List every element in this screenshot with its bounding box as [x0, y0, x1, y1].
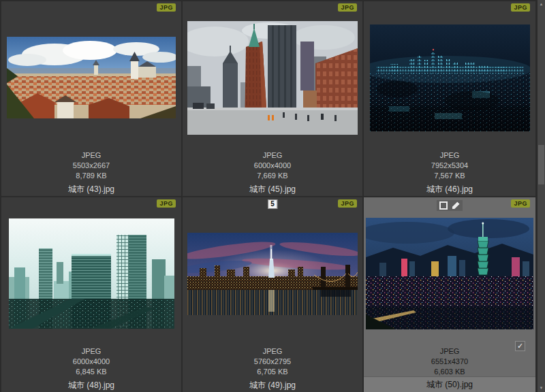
thumbnail-area: [2, 12, 181, 143]
thumbnail-cell-49[interactable]: 5 JPG: [183, 197, 364, 392]
scroll-down-button[interactable]: ▼: [538, 384, 545, 392]
file-name: 城市 (43).jpg: [1, 184, 181, 195]
file-format: JPEG: [183, 150, 362, 161]
file-format: JPEG: [364, 150, 535, 161]
jpg-format-badge: JPG: [511, 199, 530, 208]
file-size: 7,669 KB: [183, 171, 362, 181]
thumbnail-image-flatiron-building[interactable]: [187, 21, 358, 135]
thumbnail-area: [364, 208, 535, 339]
file-size: 6,603 KB: [364, 367, 535, 377]
thumbnail-area: [183, 12, 362, 143]
thumbnail-image-european-town[interactable]: [7, 37, 176, 118]
thumbnail-grid: JPG: [0, 0, 537, 392]
thumbnail-image-taipei-night-skyline[interactable]: [366, 218, 533, 329]
file-dimensions: 6000x4000: [1, 357, 181, 367]
file-dimensions: 6000x4000: [183, 161, 362, 171]
file-size: 7,567 KB: [364, 171, 535, 181]
file-size: 8,789 KB: [1, 171, 181, 181]
thumbnail-cell-45[interactable]: JPG: [183, 1, 364, 197]
file-metadata: JPEG 5503x2667 8,789 KB: [1, 150, 181, 181]
thumbnail-area: [2, 208, 181, 339]
thumbnail-area: [364, 12, 535, 143]
file-format: JPEG: [183, 346, 362, 357]
jpg-format-badge: JPG: [338, 3, 357, 12]
jpg-format-badge: JPG: [157, 199, 176, 208]
thumbnail-area: [183, 208, 362, 339]
thumbnail-image-night-city-aerial[interactable]: [370, 24, 530, 131]
scrollbar-thumb[interactable]: [538, 145, 544, 184]
file-metadata: JPEG 7952x5304 7,567 KB: [364, 150, 535, 181]
vertical-scrollbar[interactable]: ▲ ▼: [537, 0, 545, 392]
file-size: 6,845 KB: [1, 367, 181, 377]
file-dimensions: 5503x2667: [1, 161, 181, 171]
file-name: 城市 (48).jpg: [1, 380, 181, 391]
jpg-format-badge: JPG: [338, 199, 357, 208]
jpg-format-badge: JPG: [511, 3, 530, 12]
rating-badge: 5: [268, 199, 277, 209]
thumbnail-cell-46[interactable]: JPG: [364, 1, 537, 197]
file-browser-window: JPG: [0, 0, 545, 392]
file-format: JPEG: [364, 346, 535, 357]
file-name: 城市 (45).jpg: [183, 184, 362, 195]
file-name: 城市 (49).jpg: [183, 380, 362, 391]
file-metadata: JPEG 6551x4370 6,603 KB: [364, 346, 535, 377]
scroll-up-button[interactable]: ▲: [538, 0, 545, 8]
thumbnail-image-teal-cityscape[interactable]: [9, 218, 174, 329]
thumbnail-cell-43[interactable]: JPG: [1, 1, 183, 197]
file-name: 城市 (46).jpg: [364, 184, 535, 195]
file-format: JPEG: [1, 346, 181, 357]
file-dimensions: 6551x4370: [364, 357, 535, 367]
file-metadata: JPEG 6000x4000 7,669 KB: [183, 150, 362, 181]
thumbnail-image-nyc-skyline-bridge[interactable]: [187, 233, 358, 315]
file-size: 6,705 KB: [183, 367, 362, 377]
file-dimensions: 7952x5304: [364, 161, 535, 171]
jpg-format-badge: JPG: [157, 3, 176, 12]
file-name: 城市 (50).jpg: [364, 376, 535, 392]
thumbnail-cell-48[interactable]: JPG: [1, 197, 183, 392]
file-format: JPEG: [1, 150, 181, 161]
file-dimensions: 5760x2795: [183, 357, 362, 367]
thumbnail-cell-50-selected[interactable]: JPG: [364, 197, 537, 392]
file-metadata: JPEG 5760x2795 6,705 KB: [183, 346, 362, 377]
file-metadata: JPEG 6000x4000 6,845 KB: [1, 346, 181, 377]
